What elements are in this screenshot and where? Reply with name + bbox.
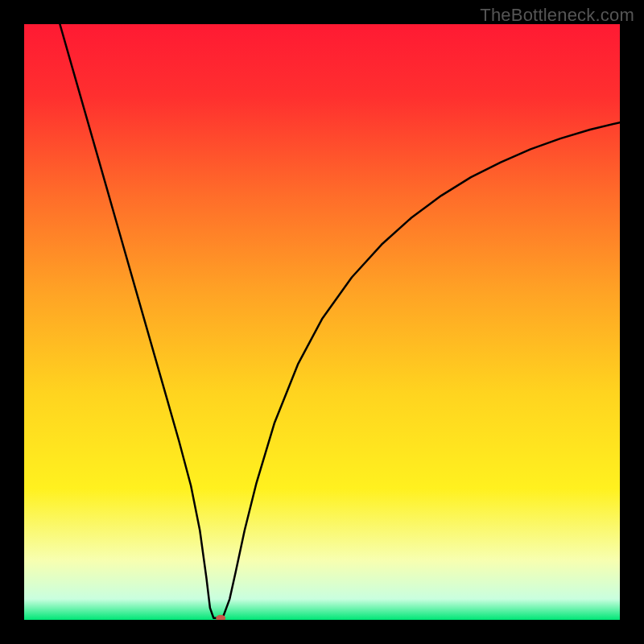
watermark-text: TheBottleneck.com (480, 5, 634, 26)
chart-svg (24, 24, 620, 620)
plot-area (24, 24, 620, 620)
chart-frame: TheBottleneck.com (0, 0, 644, 644)
chart-background (24, 24, 620, 620)
